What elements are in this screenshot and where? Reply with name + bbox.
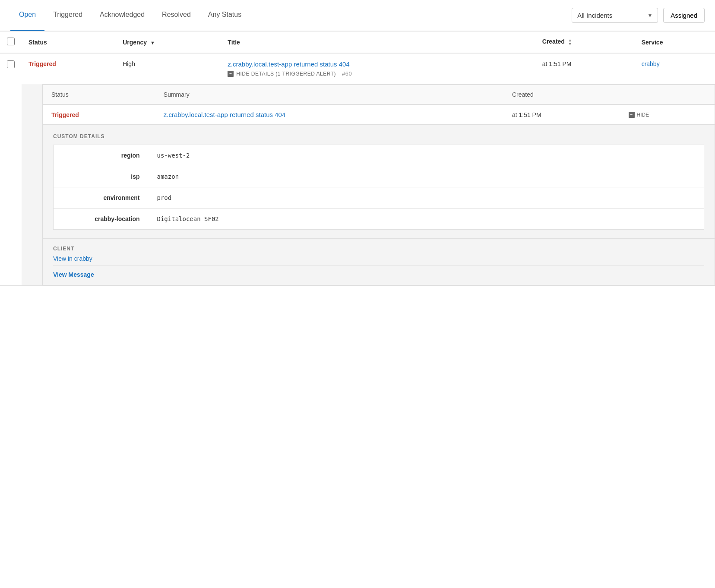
row-title-cell: z.crabby.local.test-app returned status … (221, 53, 535, 84)
row-checkbox-cell (0, 53, 22, 84)
tab-open[interactable]: Open (10, 0, 44, 31)
custom-detail-row: environment prod (54, 187, 704, 209)
hide-details-label: HIDE DETAILS (1 triggered alert) (236, 71, 336, 77)
custom-key: crabby-location (54, 209, 149, 230)
status-badge: Triggered (28, 60, 56, 67)
incident-number: #60 (342, 70, 352, 77)
detail-header-row: Status Summary Created (43, 85, 715, 105)
custom-details-section: CUSTOM DETAILS region us-west-2 isp amaz… (43, 125, 715, 238)
title-column-header: Title (221, 32, 535, 54)
table-row: Triggered High z.crabby.local.test-app r… (0, 53, 715, 84)
tab-any-status[interactable]: Any Status (199, 0, 250, 31)
urgency-value: High (123, 60, 135, 67)
row-urgency-cell: High (116, 53, 221, 84)
tab-triggered[interactable]: Triggered (44, 0, 91, 31)
hide-details-icon: − (228, 71, 234, 77)
dropdown-arrow-icon: ▼ (647, 13, 652, 19)
select-all-header (0, 32, 22, 54)
detail-status-badge: Triggered (51, 111, 79, 118)
custom-value: prod (149, 187, 704, 209)
tab-acknowledged[interactable]: Acknowledged (91, 0, 153, 31)
row-service-cell: crabby (635, 53, 715, 84)
detail-status-header: Status (43, 85, 155, 105)
custom-value: amazon (149, 166, 704, 187)
detail-panel: Status Summary Created Triggered (42, 84, 715, 285)
incident-title-link[interactable]: z.crabby.local.test-app returned status … (228, 60, 349, 68)
detail-created-cell: at 1:51 PM (503, 104, 620, 125)
detail-summary-link[interactable]: z.crabby.local.test-app returned status … (164, 111, 285, 118)
client-label: CLIENT (53, 246, 704, 252)
detail-expand-cell: Status Summary Created Triggered (22, 84, 715, 286)
detail-hide-cell: − HIDE (620, 104, 715, 125)
urgency-column-header[interactable]: Urgency ▼ (116, 32, 221, 54)
client-section: CLIENT View in crabby View Message (43, 238, 715, 285)
row-status-cell: Triggered (22, 53, 116, 84)
detail-created-header: Created (503, 85, 620, 105)
custom-detail-row: crabby-location Digitalocean SF02 (54, 209, 704, 230)
detail-action-header (620, 85, 715, 105)
tab-resolved[interactable]: Resolved (153, 0, 199, 31)
custom-details-table: region us-west-2 isp amazon environment … (53, 145, 704, 230)
assigned-button[interactable]: Assigned (663, 8, 705, 23)
view-in-crabby-link[interactable]: View in crabby (53, 255, 704, 262)
detail-expand-row: Status Summary Created Triggered (0, 84, 715, 286)
custom-key: region (54, 145, 149, 166)
dropdown-value: All Incidents (577, 12, 612, 19)
table-header-row: Status Urgency ▼ Title Created ▲ ▼ Servi… (0, 32, 715, 54)
custom-key: isp (54, 166, 149, 187)
custom-value: Digitalocean SF02 (149, 209, 704, 230)
custom-details-label: CUSTOM DETAILS (53, 133, 704, 139)
detail-hide-label: HIDE (637, 112, 649, 118)
detail-summary-cell: z.crabby.local.test-app returned status … (155, 104, 503, 125)
incidents-table: Status Urgency ▼ Title Created ▲ ▼ Servi… (0, 31, 715, 286)
created-sort-icon: ▲ ▼ (568, 38, 572, 46)
detail-summary-header: Summary (155, 85, 503, 105)
row-checkbox[interactable] (7, 60, 15, 68)
row-created-cell: at 1:51 PM (535, 53, 635, 84)
urgency-filter-icon[interactable]: ▼ (150, 40, 155, 45)
detail-expand-spacer (0, 84, 22, 286)
detail-hide-icon: − (629, 112, 635, 118)
detail-inner-table: Status Summary Created Triggered (43, 85, 715, 125)
detail-data-row: Triggered z.crabby.local.test-app return… (43, 104, 715, 125)
custom-detail-row: region us-west-2 (54, 145, 704, 166)
tabs-bar: OpenTriggeredAcknowledgedResolvedAny Sta… (0, 0, 715, 31)
service-column-header: Service (635, 32, 715, 54)
service-link[interactable]: crabby (642, 60, 660, 67)
custom-key: environment (54, 187, 149, 209)
all-incidents-dropdown[interactable]: All Incidents ▼ (572, 8, 658, 23)
hide-details-row[interactable]: − HIDE DETAILS (1 triggered alert) #60 (228, 70, 528, 77)
status-column-header: Status (22, 32, 116, 54)
custom-value: us-west-2 (149, 145, 704, 166)
detail-status-cell: Triggered (43, 104, 155, 125)
custom-detail-row: isp amazon (54, 166, 704, 187)
detail-hide-button[interactable]: − HIDE (629, 112, 706, 118)
view-message-link[interactable]: View Message (53, 266, 704, 278)
select-all-checkbox[interactable] (7, 38, 15, 45)
created-column-header[interactable]: Created ▲ ▼ (535, 32, 635, 54)
